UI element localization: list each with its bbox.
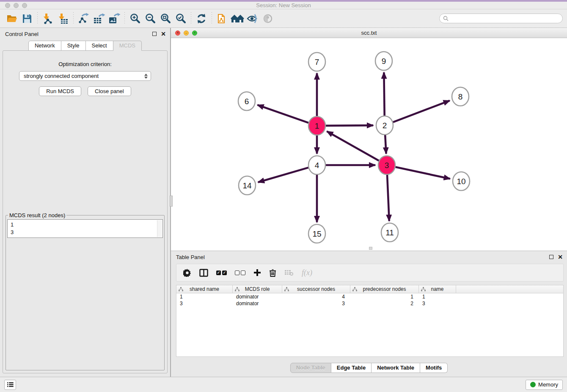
column-header-name[interactable]: name [419, 285, 456, 293]
search-input[interactable] [450, 16, 559, 22]
graph-edge-2-3[interactable] [385, 134, 386, 154]
cell[interactable]: 1 [350, 294, 419, 300]
tab-motifs[interactable]: Motifs [420, 363, 448, 373]
app-titlebar: Session: New Session [0, 2, 567, 9]
result-scrollbar[interactable] [157, 220, 162, 237]
zoom-fit-icon[interactable] [158, 11, 173, 26]
graph-node-label-1: 1 [315, 121, 319, 130]
memory-label: Memory [538, 381, 558, 388]
cell[interactable]: dominator [233, 294, 282, 300]
open-session-icon[interactable] [4, 11, 19, 26]
cell[interactable]: 1 [419, 294, 456, 300]
toolbar-separator [212, 12, 212, 25]
mcds-result-text: 1 3 [8, 220, 162, 237]
graph-edge-3-10[interactable] [396, 167, 450, 179]
window-title: Session: New Session [0, 2, 567, 8]
graph-edge-3-11[interactable] [387, 174, 389, 221]
list-icon [7, 382, 14, 387]
cell[interactable]: 3 [419, 301, 456, 306]
network-window-title: scc.txt [171, 30, 567, 36]
delete-table-icon[interactable] [284, 269, 294, 276]
control-panel-tabs: NetworkStyleSelectMCDS [0, 41, 170, 51]
canvas-splitter-handle[interactable] [369, 247, 372, 250]
graph-node-label-10: 10 [457, 177, 465, 186]
close-table-panel-icon[interactable]: ✕ [558, 254, 563, 260]
export-network-icon[interactable] [76, 11, 91, 26]
float-panel-icon[interactable] [152, 32, 157, 36]
network-search-field[interactable] [439, 14, 563, 23]
cell[interactable]: 3 [176, 301, 233, 306]
column-header-MCDS-role[interactable]: MCDS role [233, 285, 282, 293]
graph-edge-3-1[interactable] [327, 131, 379, 160]
column-header-shared-name[interactable]: shared name [176, 285, 233, 293]
graph-edge-2-8[interactable] [393, 101, 450, 122]
tab-select[interactable]: Select [86, 41, 113, 51]
import-network-icon[interactable] [40, 11, 55, 26]
close-panel-button[interactable]: Close panel [88, 86, 131, 96]
run-mcds-button[interactable]: Run MCDS [39, 86, 81, 96]
show-all-icon[interactable] [260, 11, 275, 26]
column-header-predecessor-nodes[interactable]: predecessor nodes [350, 285, 419, 293]
app-window: Session: New Session [0, 0, 567, 392]
cell[interactable]: 2 [350, 301, 419, 306]
mcds-panel: Optimization criterion: strongly connect… [3, 50, 168, 373]
save-session-icon[interactable] [19, 11, 35, 26]
zoom-out-icon[interactable] [143, 11, 158, 26]
toolbar-separator [191, 12, 191, 25]
graph-node-label-14: 14 [242, 181, 252, 190]
export-table-icon[interactable] [91, 11, 107, 26]
cell[interactable]: 4 [282, 294, 350, 300]
cell[interactable]: dominator [233, 301, 282, 306]
delete-entry-icon[interactable] [269, 269, 276, 277]
cell[interactable]: 3 [282, 301, 350, 306]
tab-node-table[interactable]: Node Table [290, 363, 331, 373]
apply-layout-icon[interactable] [194, 11, 209, 26]
graph-edge-4-14[interactable] [258, 168, 308, 182]
zoom-selected-icon[interactable] [173, 11, 188, 26]
network-canvas[interactable]: 7968124314101511 [171, 38, 567, 251]
graph-node-label-6: 6 [245, 97, 249, 106]
table-panel-title: Table Panel [176, 254, 205, 260]
graph-edge-1-2[interactable] [326, 125, 373, 126]
table-settings-icon[interactable] [183, 269, 191, 277]
add-entry-icon[interactable] [253, 269, 261, 276]
cell[interactable]: 1 [176, 294, 233, 300]
graph-edge-1-6[interactable] [257, 105, 308, 123]
criterion-dropdown-value: strongly connected component [24, 73, 144, 79]
close-panel-icon[interactable]: ✕ [161, 31, 166, 37]
network-from-selection-icon[interactable] [215, 11, 230, 26]
memory-button[interactable]: Memory [526, 380, 563, 390]
show-columns-icon[interactable] [199, 269, 208, 277]
optimization-criterion-label: Optimization criterion: [3, 61, 167, 67]
table-toolbar: ✓✓ f(x) [176, 264, 564, 282]
hide-selected-icon[interactable] [245, 11, 260, 26]
export-image-icon[interactable] [107, 11, 122, 26]
import-table-icon[interactable] [55, 11, 71, 26]
float-table-panel-icon[interactable] [549, 255, 553, 259]
tab-network[interactable]: Network [28, 41, 61, 51]
column-header-successor-nodes[interactable]: successor nodes [282, 285, 350, 293]
table-tabs: Node TableEdge TableNetwork TableMotifs [290, 363, 448, 373]
tab-style[interactable]: Style [61, 41, 86, 51]
task-history-button[interactable] [4, 380, 16, 390]
vertical-splitter-handle[interactable] [170, 196, 173, 207]
graph-node-label-8: 8 [458, 92, 463, 101]
tab-edge-table[interactable]: Edge Table [331, 363, 372, 373]
network-window-titlebar[interactable]: ✕ – + scc.txt [171, 28, 567, 38]
graph-node-label-3: 3 [385, 161, 389, 170]
deselect-all-icon[interactable] [235, 271, 245, 275]
table-row-1[interactable]: 1dominator411 [176, 293, 563, 300]
criterion-dropdown[interactable]: strongly connected component [19, 71, 151, 81]
tab-network-table[interactable]: Network Table [372, 363, 420, 373]
function-builder-icon[interactable]: f(x) [302, 268, 312, 277]
control-panel-title: Control Panel [5, 31, 39, 37]
table-row-2[interactable]: 3dominator323 [176, 300, 563, 307]
graph-node-label-2: 2 [383, 121, 387, 130]
graph-node-label-7: 7 [315, 58, 319, 66]
mcds-result-box[interactable]: 1 3 [7, 219, 163, 238]
select-all-icon[interactable]: ✓✓ [216, 271, 227, 275]
tab-mcds[interactable]: MCDS [113, 41, 142, 51]
graph-edge-2-9[interactable] [384, 72, 384, 116]
first-neighbors-icon[interactable] [230, 11, 245, 26]
zoom-in-icon[interactable] [127, 11, 143, 26]
